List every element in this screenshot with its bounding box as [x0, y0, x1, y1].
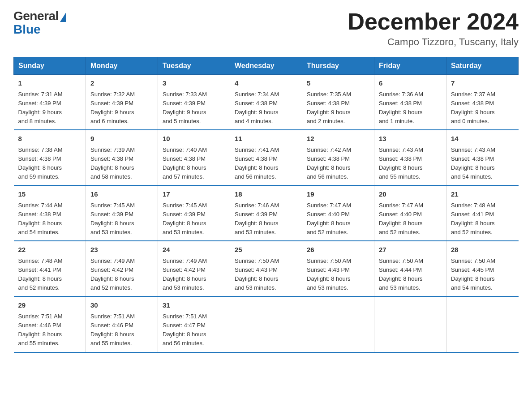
- calendar-cell: 31Sunrise: 7:51 AM Sunset: 4:47 PM Dayli…: [158, 296, 230, 352]
- day-info: Sunrise: 7:41 AM Sunset: 4:38 PM Dayligh…: [235, 146, 297, 182]
- day-number: 1: [18, 78, 82, 89]
- calendar-cell: 17Sunrise: 7:45 AM Sunset: 4:39 PM Dayli…: [158, 185, 230, 241]
- day-number: 11: [235, 134, 297, 144]
- day-number: 23: [90, 245, 153, 255]
- day-number: 24: [163, 245, 225, 255]
- day-number: 14: [451, 134, 514, 144]
- day-info: Sunrise: 7:49 AM Sunset: 4:42 PM Dayligh…: [163, 257, 225, 293]
- calendar-body: 1Sunrise: 7:31 AM Sunset: 4:39 PM Daylig…: [14, 75, 519, 352]
- calendar-cell: 28Sunrise: 7:50 AM Sunset: 4:45 PM Dayli…: [446, 241, 519, 296]
- day-info: Sunrise: 7:46 AM Sunset: 4:39 PM Dayligh…: [235, 201, 297, 237]
- day-number: 13: [379, 134, 442, 144]
- calendar-cell: 30Sunrise: 7:51 AM Sunset: 4:46 PM Dayli…: [86, 296, 158, 352]
- day-info: Sunrise: 7:47 AM Sunset: 4:40 PM Dayligh…: [307, 201, 369, 237]
- calendar-cell: 3Sunrise: 7:33 AM Sunset: 4:39 PM Daylig…: [158, 75, 230, 130]
- day-number: 31: [163, 300, 225, 311]
- day-info: Sunrise: 7:51 AM Sunset: 4:46 PM Dayligh…: [18, 312, 82, 348]
- header-monday: Monday: [86, 57, 158, 75]
- day-number: 8: [18, 134, 82, 144]
- calendar-cell: 7Sunrise: 7:37 AM Sunset: 4:38 PM Daylig…: [446, 75, 519, 130]
- day-info: Sunrise: 7:31 AM Sunset: 4:39 PM Dayligh…: [18, 90, 82, 126]
- day-info: Sunrise: 7:43 AM Sunset: 4:38 PM Dayligh…: [379, 146, 442, 182]
- calendar-cell: 5Sunrise: 7:35 AM Sunset: 4:38 PM Daylig…: [302, 75, 374, 130]
- day-info: Sunrise: 7:38 AM Sunset: 4:38 PM Dayligh…: [18, 146, 82, 182]
- day-number: 22: [18, 245, 82, 255]
- calendar-cell: 27Sunrise: 7:50 AM Sunset: 4:44 PM Dayli…: [374, 241, 446, 296]
- day-info: Sunrise: 7:51 AM Sunset: 4:47 PM Dayligh…: [163, 312, 225, 348]
- day-info: Sunrise: 7:40 AM Sunset: 4:38 PM Dayligh…: [163, 146, 225, 182]
- day-number: 7: [451, 78, 514, 89]
- day-number: 2: [90, 78, 153, 89]
- location-text: Campo Tizzoro, Tuscany, Italy: [348, 36, 519, 48]
- day-number: 4: [235, 78, 297, 89]
- logo-general-text: General: [13, 9, 59, 23]
- calendar-cell: 4Sunrise: 7:34 AM Sunset: 4:38 PM Daylig…: [230, 75, 302, 130]
- calendar-cell: 6Sunrise: 7:36 AM Sunset: 4:38 PM Daylig…: [374, 75, 446, 130]
- day-number: 29: [18, 300, 82, 311]
- calendar-week-row: 22Sunrise: 7:48 AM Sunset: 4:41 PM Dayli…: [14, 241, 519, 296]
- day-number: 17: [163, 189, 225, 200]
- day-number: 10: [163, 134, 225, 144]
- calendar-cell: 14Sunrise: 7:43 AM Sunset: 4:38 PM Dayli…: [446, 130, 519, 185]
- header-friday: Friday: [374, 57, 446, 75]
- calendar-week-row: 8Sunrise: 7:38 AM Sunset: 4:38 PM Daylig…: [14, 130, 519, 185]
- calendar-cell: 29Sunrise: 7:51 AM Sunset: 4:46 PM Dayli…: [14, 296, 86, 352]
- day-info: Sunrise: 7:32 AM Sunset: 4:39 PM Dayligh…: [90, 90, 153, 126]
- calendar-cell: [302, 296, 374, 352]
- day-number: 25: [235, 245, 297, 255]
- calendar-cell: 12Sunrise: 7:42 AM Sunset: 4:38 PM Dayli…: [302, 130, 374, 185]
- day-number: 18: [235, 189, 297, 200]
- header-wednesday: Wednesday: [230, 57, 302, 75]
- day-info: Sunrise: 7:48 AM Sunset: 4:41 PM Dayligh…: [18, 257, 82, 293]
- calendar-cell: 25Sunrise: 7:50 AM Sunset: 4:43 PM Dayli…: [230, 241, 302, 296]
- day-info: Sunrise: 7:42 AM Sunset: 4:38 PM Dayligh…: [307, 146, 369, 182]
- day-number: 9: [90, 134, 153, 144]
- day-info: Sunrise: 7:37 AM Sunset: 4:38 PM Dayligh…: [451, 90, 514, 126]
- day-number: 6: [379, 78, 442, 89]
- calendar-week-row: 1Sunrise: 7:31 AM Sunset: 4:39 PM Daylig…: [14, 75, 519, 130]
- calendar-week-row: 29Sunrise: 7:51 AM Sunset: 4:46 PM Dayli…: [14, 296, 519, 352]
- day-info: Sunrise: 7:35 AM Sunset: 4:38 PM Dayligh…: [307, 90, 369, 126]
- calendar-cell: 13Sunrise: 7:43 AM Sunset: 4:38 PM Dayli…: [374, 130, 446, 185]
- day-number: 3: [163, 78, 225, 89]
- day-number: 21: [451, 189, 514, 200]
- day-info: Sunrise: 7:39 AM Sunset: 4:38 PM Dayligh…: [90, 146, 153, 182]
- day-info: Sunrise: 7:50 AM Sunset: 4:45 PM Dayligh…: [451, 257, 514, 293]
- day-number: 30: [90, 300, 153, 311]
- calendar-cell: 19Sunrise: 7:47 AM Sunset: 4:40 PM Dayli…: [302, 185, 374, 241]
- day-info: Sunrise: 7:45 AM Sunset: 4:39 PM Dayligh…: [163, 201, 225, 237]
- calendar-cell: 23Sunrise: 7:49 AM Sunset: 4:42 PM Dayli…: [86, 241, 158, 296]
- day-info: Sunrise: 7:36 AM Sunset: 4:38 PM Dayligh…: [379, 90, 442, 126]
- day-number: 26: [307, 245, 369, 255]
- day-info: Sunrise: 7:48 AM Sunset: 4:41 PM Dayligh…: [451, 201, 514, 237]
- calendar-table: SundayMondayTuesdayWednesdayThursdayFrid…: [13, 57, 519, 352]
- calendar-cell: 15Sunrise: 7:44 AM Sunset: 4:38 PM Dayli…: [14, 185, 86, 241]
- calendar-cell: 2Sunrise: 7:32 AM Sunset: 4:39 PM Daylig…: [86, 75, 158, 130]
- day-number: 15: [18, 189, 82, 200]
- calendar-cell: [446, 296, 519, 352]
- header-row: SundayMondayTuesdayWednesdayThursdayFrid…: [14, 57, 519, 75]
- day-number: 16: [90, 189, 153, 200]
- day-info: Sunrise: 7:50 AM Sunset: 4:43 PM Dayligh…: [235, 257, 297, 293]
- calendar-cell: 16Sunrise: 7:45 AM Sunset: 4:39 PM Dayli…: [86, 185, 158, 241]
- day-number: 28: [451, 245, 514, 255]
- day-info: Sunrise: 7:49 AM Sunset: 4:42 PM Dayligh…: [90, 257, 153, 293]
- day-info: Sunrise: 7:50 AM Sunset: 4:43 PM Dayligh…: [307, 257, 369, 293]
- day-info: Sunrise: 7:45 AM Sunset: 4:39 PM Dayligh…: [90, 201, 153, 237]
- header-tuesday: Tuesday: [158, 57, 230, 75]
- calendar-cell: 9Sunrise: 7:39 AM Sunset: 4:38 PM Daylig…: [86, 130, 158, 185]
- calendar-cell: 8Sunrise: 7:38 AM Sunset: 4:38 PM Daylig…: [14, 130, 86, 185]
- logo-blue-text: Blue: [13, 23, 41, 36]
- page-header: General Blue December 2024 Campo Tizzoro…: [13, 9, 519, 48]
- day-info: Sunrise: 7:43 AM Sunset: 4:38 PM Dayligh…: [451, 146, 514, 182]
- day-info: Sunrise: 7:34 AM Sunset: 4:38 PM Dayligh…: [235, 90, 297, 126]
- day-info: Sunrise: 7:51 AM Sunset: 4:46 PM Dayligh…: [90, 312, 153, 348]
- calendar-cell: 26Sunrise: 7:50 AM Sunset: 4:43 PM Dayli…: [302, 241, 374, 296]
- day-info: Sunrise: 7:44 AM Sunset: 4:38 PM Dayligh…: [18, 201, 82, 237]
- calendar-cell: 21Sunrise: 7:48 AM Sunset: 4:41 PM Dayli…: [446, 185, 519, 241]
- title-section: December 2024 Campo Tizzoro, Tuscany, It…: [348, 9, 519, 48]
- header-saturday: Saturday: [446, 57, 519, 75]
- day-info: Sunrise: 7:50 AM Sunset: 4:44 PM Dayligh…: [379, 257, 442, 293]
- calendar-cell: 10Sunrise: 7:40 AM Sunset: 4:38 PM Dayli…: [158, 130, 230, 185]
- day-number: 19: [307, 189, 369, 200]
